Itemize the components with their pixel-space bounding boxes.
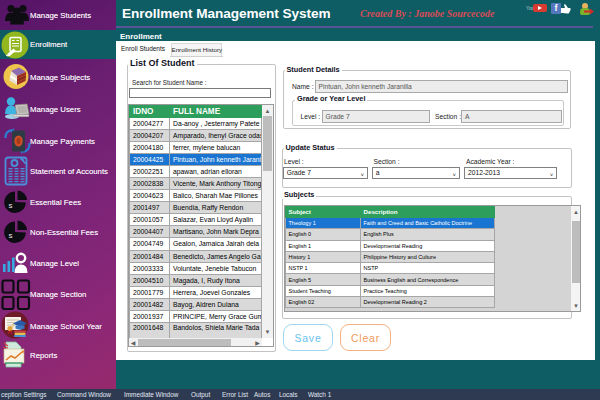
svg-text:s: s (9, 201, 13, 210)
svg-text:s: s (9, 231, 13, 240)
